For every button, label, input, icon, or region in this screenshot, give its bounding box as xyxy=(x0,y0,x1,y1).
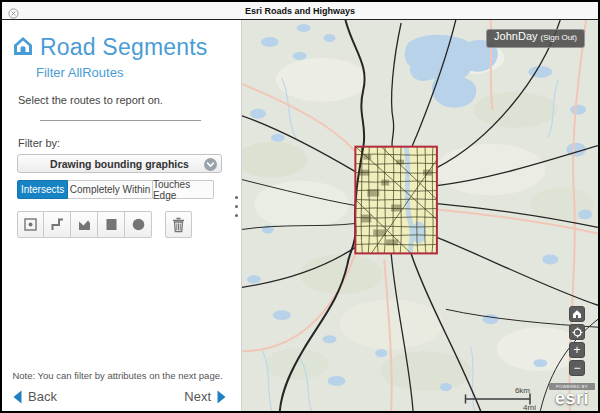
map-controls: + − xyxy=(569,306,585,376)
scale-mi-label: 4mi xyxy=(523,403,536,411)
home-extent-button[interactable] xyxy=(569,306,585,322)
chevron-right-icon xyxy=(216,390,227,404)
back-button[interactable]: Back xyxy=(12,389,57,404)
window-title: Esri Roads and Highways xyxy=(245,6,355,16)
back-label: Back xyxy=(28,389,57,404)
circle-tool-button[interactable] xyxy=(125,211,152,238)
polyline-tool-button[interactable] xyxy=(44,211,71,238)
filter-allroutes-link[interactable]: Filter AllRoutes xyxy=(2,61,241,80)
chevron-down-icon[interactable] xyxy=(204,158,217,171)
tab-completely-within[interactable]: Completely Within xyxy=(68,180,153,199)
zoom-in-button[interactable]: + xyxy=(569,342,585,358)
locate-button[interactable] xyxy=(569,324,585,340)
filter-by-label: Filter by: xyxy=(2,121,241,154)
polygon-icon xyxy=(77,217,92,232)
page-title: Road Segments xyxy=(40,34,208,61)
rectangle-tool-button[interactable] xyxy=(98,211,125,238)
panel-description: Select the routes to report on. xyxy=(2,80,241,106)
spatial-relation-tabs: Intersects Completely Within Touches Edg… xyxy=(17,180,214,199)
user-sign-out-button[interactable]: JohnDay (Sign Out) xyxy=(486,29,585,48)
draw-toolbar xyxy=(17,211,241,238)
point-icon xyxy=(23,217,38,232)
home-icon xyxy=(12,36,34,60)
note-text: Note: You can filter by attributes on th… xyxy=(2,370,233,381)
polygon-tool-button[interactable] xyxy=(71,211,98,238)
zoom-out-button[interactable]: − xyxy=(569,360,585,376)
esri-brand: esri xyxy=(549,388,595,409)
close-icon[interactable] xyxy=(8,5,19,16)
polyline-icon xyxy=(50,217,65,232)
clear-graphics-button[interactable] xyxy=(165,211,192,238)
scale-bar: 6km 4mi xyxy=(464,386,540,411)
map-canvas[interactable] xyxy=(242,20,598,411)
tab-touches-edge[interactable]: Touches Edge xyxy=(153,180,214,199)
panel-resize-handle[interactable] xyxy=(235,196,238,217)
trash-icon xyxy=(171,217,186,233)
dropdown-selected-value: Drawing bounding graphics xyxy=(50,158,189,170)
rectangle-icon xyxy=(104,217,119,232)
point-tool-button[interactable] xyxy=(17,211,44,238)
filter-panel: Road Segments Filter AllRoutes Select th… xyxy=(2,20,242,411)
next-label: Next xyxy=(184,389,211,404)
map-container: JohnDay (Sign Out) + − 6km xyxy=(242,20,598,411)
app-window: Esri Roads and Highways Road Segments Fi… xyxy=(0,0,600,413)
tab-intersects[interactable]: Intersects xyxy=(17,180,68,199)
locate-icon xyxy=(572,327,583,338)
titlebar: Esri Roads and Highways xyxy=(2,2,598,20)
next-button[interactable]: Next xyxy=(184,389,227,404)
chevron-left-icon xyxy=(12,390,23,404)
sign-out-label: (Sign Out) xyxy=(541,33,577,42)
filter-method-dropdown[interactable]: Drawing bounding graphics xyxy=(17,154,222,173)
home-icon xyxy=(572,309,582,319)
user-name: JohnDay xyxy=(494,30,537,42)
esri-logo: POWERED BY esri xyxy=(549,383,595,409)
circle-icon xyxy=(131,217,146,232)
